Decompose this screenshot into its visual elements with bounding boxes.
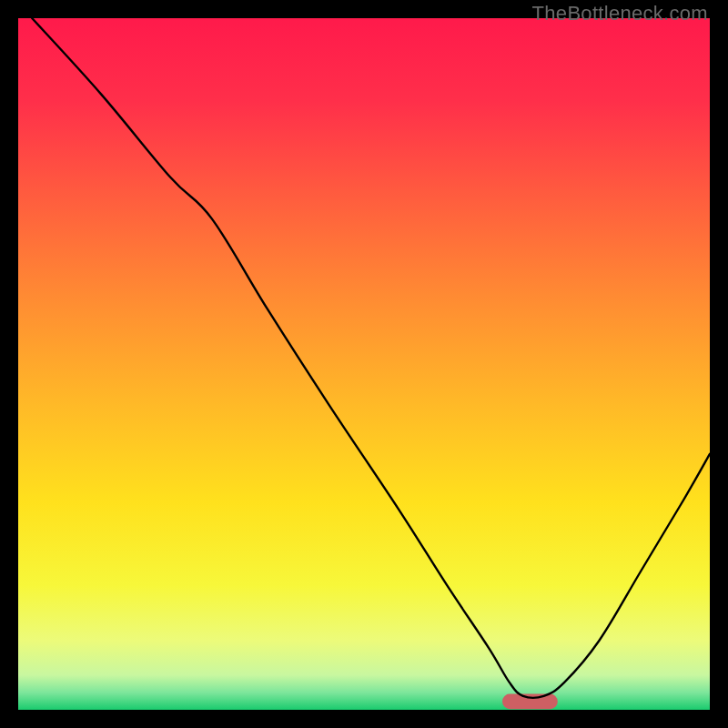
chart-background <box>18 18 710 710</box>
watermark-text: TheBottleneck.com <box>532 2 708 25</box>
chart-svg <box>18 18 710 710</box>
optimal-marker <box>502 694 558 710</box>
plot-area <box>18 18 710 710</box>
chart-frame: TheBottleneck.com <box>0 0 728 728</box>
